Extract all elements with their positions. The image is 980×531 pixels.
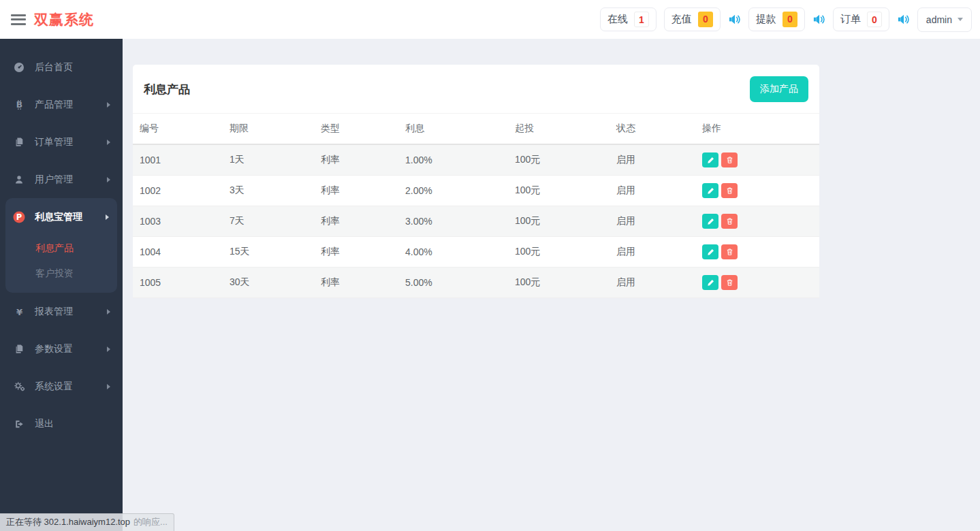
edit-button[interactable] — [702, 152, 718, 167]
cell-term: 3天 — [223, 176, 314, 206]
files-icon — [11, 137, 27, 147]
brand-logo[interactable]: 双赢系统 — [34, 10, 94, 29]
edit-button[interactable] — [702, 183, 718, 198]
delete-button[interactable] — [721, 183, 738, 198]
browser-status-bubble: 正在等待 302.1.haiwaiym12.top 的响应... — [0, 513, 174, 531]
sidebar-active-group: P 利息宝管理 利息产品 客户投资 — [5, 198, 117, 293]
status-loading-host: 正在等待 302.1.haiwaiym12.top — [6, 516, 130, 528]
sidebar-item-products[interactable]: B 产品管理 — [0, 86, 123, 123]
cell-term: 30天 — [223, 268, 314, 298]
sidebar-item-parameters[interactable]: 参数设置 — [0, 330, 123, 368]
table-header-row: 编号 期限 类型 利息 起投 状态 操作 — [133, 114, 819, 145]
pencil-icon — [707, 157, 714, 164]
logout-icon — [11, 419, 27, 429]
sidebar-item-label: 利息宝管理 — [35, 211, 82, 223]
add-product-button[interactable]: 添加产品 — [750, 76, 808, 102]
delete-button[interactable] — [721, 214, 738, 229]
stat-orders[interactable]: 订单 0 — [833, 7, 889, 31]
cell-id: 1003 — [133, 206, 223, 237]
cell-interest: 2.00% — [398, 176, 508, 206]
header-stats: 在线 1 充值 0 提款 0 — [600, 7, 972, 32]
chevron-right-icon — [106, 214, 109, 220]
cell-type: 利率 — [314, 176, 398, 206]
sidebar-item-label: 退出 — [35, 418, 54, 430]
edit-button[interactable] — [702, 214, 718, 229]
user-menu-label: admin — [926, 14, 952, 25]
speaker-icon — [897, 13, 910, 26]
delete-button[interactable] — [721, 244, 738, 259]
edit-button[interactable] — [702, 275, 718, 290]
speaker-icon — [728, 13, 741, 26]
cell-type: 利率 — [314, 268, 398, 298]
cell-status: 启用 — [610, 144, 695, 176]
stat-online-count: 1 — [634, 12, 649, 27]
menu-icon[interactable] — [11, 14, 26, 25]
cell-actions — [695, 206, 819, 237]
chevron-right-icon — [107, 177, 110, 182]
cell-type: 利率 — [314, 237, 398, 268]
cell-id: 1001 — [133, 144, 223, 176]
cell-interest: 1.00% — [398, 144, 508, 176]
speaker-icon — [812, 13, 825, 26]
delete-button[interactable] — [721, 275, 738, 290]
sidebar-item-reports[interactable]: ¥ 报表管理 — [0, 293, 123, 330]
column-header-min-invest: 起投 — [508, 114, 610, 145]
table-row: 1002 3天 利率 2.00% 100元 启用 — [133, 176, 819, 206]
table-row: 1004 15天 利率 4.00% 100元 启用 — [133, 237, 819, 268]
trash-icon — [726, 156, 733, 164]
cell-actions — [695, 268, 819, 298]
table-body: 1001 1天 利率 1.00% 100元 启用 1002 3天 — [133, 144, 819, 298]
recharge-speaker-icon[interactable] — [728, 13, 741, 26]
cell-min-invest: 100元 — [508, 206, 610, 237]
sidebar-subitem-interest-products[interactable]: 利息产品 — [5, 236, 117, 261]
cell-id: 1002 — [133, 176, 223, 206]
trash-icon — [726, 187, 733, 195]
sidebar-item-interest-mgmt[interactable]: P 利息宝管理 — [5, 198, 117, 236]
status-loading-suffix: 的响应... — [133, 516, 168, 528]
svg-text:P: P — [16, 212, 22, 222]
sidebar-item-dashboard[interactable]: 后台首页 — [0, 48, 123, 86]
user-icon — [11, 175, 27, 184]
withdraw-speaker-icon[interactable] — [812, 13, 825, 26]
chevron-right-icon — [107, 140, 110, 145]
cell-actions — [695, 144, 819, 176]
sidebar-item-label: 后台首页 — [35, 61, 73, 74]
column-header-actions: 操作 — [695, 114, 819, 145]
sidebar-item-system-settings[interactable]: 系统设置 — [0, 368, 123, 405]
products-table: 编号 期限 类型 利息 起投 状态 操作 1001 1天 利率 1.00% 10… — [133, 113, 819, 298]
sidebar-item-orders[interactable]: 订单管理 — [0, 123, 123, 161]
edit-button[interactable] — [702, 244, 718, 259]
trash-icon — [726, 217, 733, 225]
svg-text:B: B — [16, 100, 22, 110]
pencil-icon — [707, 279, 714, 287]
bitcoin-icon: B — [11, 99, 27, 110]
orders-speaker-icon[interactable] — [897, 13, 910, 26]
column-header-id: 编号 — [133, 114, 223, 145]
stat-withdraw-label: 提款 — [756, 13, 776, 26]
stat-recharge[interactable]: 充值 0 — [664, 7, 721, 31]
cell-id: 1004 — [133, 237, 223, 268]
stat-online[interactable]: 在线 1 — [600, 7, 657, 31]
sidebar-item-logout[interactable]: 退出 — [0, 405, 123, 442]
stat-withdraw[interactable]: 提款 0 — [748, 7, 805, 31]
sidebar-item-label: 报表管理 — [35, 306, 73, 318]
sidebar: 后台首页 B 产品管理 订单管理 用户管理 P 利息宝管理 利息产品 — [0, 39, 123, 531]
interest-products-panel: 利息产品 添加产品 编号 期限 类型 利息 起投 状态 操作 1001 — [133, 65, 819, 298]
gears-icon — [11, 381, 27, 391]
stat-orders-label: 订单 — [840, 13, 861, 26]
chevron-right-icon — [107, 347, 110, 352]
pencil-icon — [707, 187, 714, 195]
svg-text:¥: ¥ — [16, 306, 22, 317]
user-menu[interactable]: admin — [917, 7, 972, 32]
sidebar-item-users[interactable]: 用户管理 — [0, 161, 123, 198]
stat-withdraw-count: 0 — [783, 12, 797, 27]
main-content: 利息产品 添加产品 编号 期限 类型 利息 起投 状态 操作 1001 — [123, 39, 980, 531]
cell-type: 利率 — [314, 206, 398, 237]
sidebar-subitem-customer-invest[interactable]: 客户投资 — [5, 261, 117, 286]
pinterest-icon: P — [11, 211, 27, 223]
files-icon — [11, 344, 27, 354]
delete-button[interactable] — [721, 152, 738, 167]
sidebar-item-label: 系统设置 — [35, 381, 73, 393]
chevron-down-icon — [958, 18, 963, 21]
column-header-status: 状态 — [610, 114, 695, 145]
